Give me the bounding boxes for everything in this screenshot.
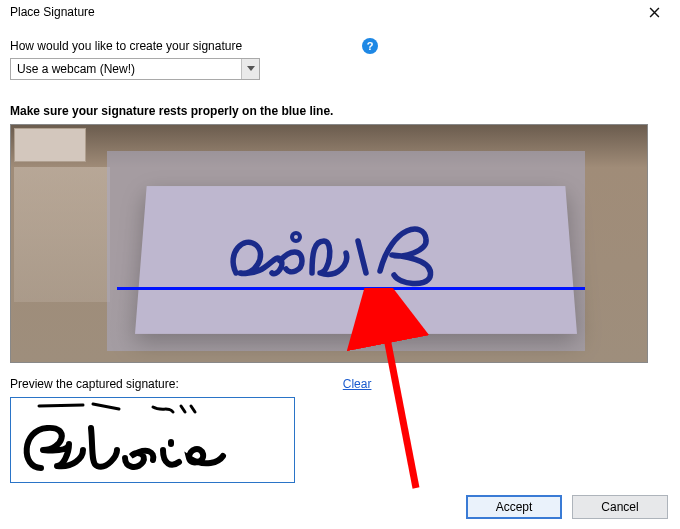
accept-button[interactable]: Accept xyxy=(466,495,562,519)
signature-preview-box xyxy=(10,397,295,483)
method-label: How would you like to create your signat… xyxy=(10,39,242,53)
background-object xyxy=(14,128,86,162)
dialog-title: Place Signature xyxy=(10,5,95,19)
signature-method-dropdown[interactable]: Use a webcam (New!) xyxy=(10,58,260,80)
webcam-preview xyxy=(10,124,648,363)
method-row: How would you like to create your signat… xyxy=(10,38,680,54)
paper-sheet xyxy=(135,186,577,334)
preview-header: Preview the captured signature: Clear xyxy=(10,377,680,391)
chevron-down-icon xyxy=(241,59,259,79)
baseline-guide xyxy=(117,287,585,290)
button-label: Accept xyxy=(496,500,533,514)
close-icon xyxy=(649,7,660,18)
captured-signature-icon xyxy=(13,400,293,482)
help-icon[interactable]: ? xyxy=(362,38,378,54)
clear-link[interactable]: Clear xyxy=(343,377,372,391)
button-label: Cancel xyxy=(601,500,638,514)
preview-label: Preview the captured signature: xyxy=(10,377,179,391)
dropdown-selected-value: Use a webcam (New!) xyxy=(17,62,135,76)
close-button[interactable] xyxy=(632,1,676,23)
dialog-buttons: Accept Cancel xyxy=(466,495,668,519)
cancel-button[interactable]: Cancel xyxy=(572,495,668,519)
dialog-titlebar: Place Signature xyxy=(0,0,680,24)
instruction-text: Make sure your signature rests properly … xyxy=(10,104,680,118)
background-object xyxy=(14,167,110,302)
